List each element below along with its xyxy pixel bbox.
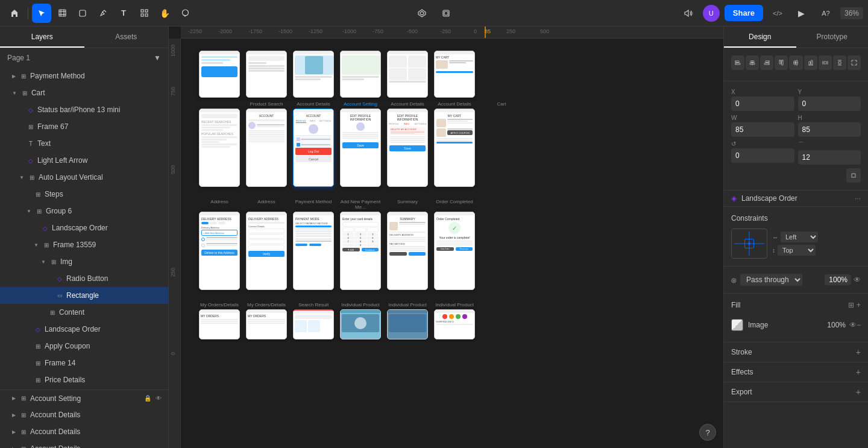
layer-frame14[interactable]: ▶ ⊞ Frame 14 <box>0 355 168 371</box>
phone-account-details-a[interactable]: ACCOUNT <box>246 109 287 187</box>
pen-tool-button[interactable] <box>93 4 113 23</box>
stroke-add-button[interactable]: + <box>856 347 861 357</box>
phone-my-orders-a[interactable]: MY ORDERS <box>199 309 240 339</box>
align-bottom-button[interactable] <box>804 55 817 70</box>
blend-mode-select[interactable]: Pass through Normal Multiply Screen <box>740 274 802 286</box>
move-tool-button[interactable] <box>32 4 51 23</box>
code-view-button[interactable]: </> <box>768 4 787 23</box>
align-left-button[interactable] <box>731 55 744 70</box>
phone-summary[interactable]: SUMMARY DELIVERY ADDRESS <box>387 212 428 290</box>
h-constraint-select[interactable]: Left Right Center Scale <box>781 232 818 242</box>
shape-tool-button[interactable] <box>73 4 92 23</box>
layer-list: ▶ ⊞ Payment Method ▼ ⊞ Cart ▶ ◇ Status b… <box>0 68 168 448</box>
resize-button[interactable] <box>848 55 861 70</box>
present-button[interactable]: A? <box>816 4 835 23</box>
phone-account-setting[interactable]: ACCOUNT PROFILE INFO SETTINGS <box>293 109 334 187</box>
layer-radio-button[interactable]: ▶ ◇ Radio Button <box>0 270 168 287</box>
layer-steps[interactable]: ▶ ⊞ Steps <box>0 186 168 203</box>
play-button[interactable]: ▶ <box>792 4 811 23</box>
tab-prototype[interactable]: Prototype <box>796 27 869 48</box>
phone-order-completed[interactable]: Order Completed ✓ Your order is complete… <box>434 212 475 290</box>
layer-account-details-1[interactable]: ▶ ⊞ Account Details <box>0 406 168 423</box>
help-button[interactable]: ? <box>699 424 716 441</box>
phone-product-search[interactable]: RECENT SEARCHES POPULAR SEARCHES <box>199 109 240 187</box>
frame-tool-button[interactable] <box>52 4 72 23</box>
zoom-indicator[interactable]: 36% <box>840 7 863 19</box>
layer-img[interactable]: ▼ ⊞ Img 🔒 👁 <box>0 253 168 270</box>
phone-cart-main[interactable]: MY CART <box>434 109 475 187</box>
h-input[interactable] <box>798 122 861 137</box>
phone-payment-method[interactable]: PAYMENT MODE SELECT PAYMENT METHOD <box>293 212 334 290</box>
x-input[interactable] <box>731 96 794 111</box>
distribute-v-button[interactable] <box>833 55 846 70</box>
phone-account-details-b[interactable]: EDIT PROFILE INFORMATION Save <box>340 109 381 187</box>
frame-icon: ⊞ <box>34 342 42 350</box>
fill-extra-button[interactable]: + <box>857 301 861 309</box>
share-button[interactable]: Share <box>725 5 763 21</box>
phone-address-a[interactable]: DELIVERY ADDRESS Delivery Address + Add … <box>199 212 240 290</box>
layer-frame13559[interactable]: ▼ ⊞ Frame 13559 🔒 👁 <box>0 236 168 253</box>
layer-price-details[interactable]: ▶ ⊞ Price Details <box>0 371 168 388</box>
layer-frame67[interactable]: ▶ ⊞ Frame 67 <box>0 118 168 135</box>
tab-layers[interactable]: Layers <box>0 27 84 48</box>
component-tool-button[interactable] <box>134 4 154 23</box>
fill-add-button[interactable]: ⊞ <box>848 301 854 309</box>
canvas-scroll[interactable]: MY CART <box>181 39 723 448</box>
align-center-h-button[interactable] <box>746 55 759 70</box>
component-center-button[interactable] <box>412 4 432 23</box>
v-constraint-select[interactable]: Top Bottom Center Scale <box>778 245 816 256</box>
y-input[interactable] <box>798 96 861 111</box>
phone-individual-product-b[interactable] <box>387 309 428 339</box>
layer-cart[interactable]: ▼ ⊞ Cart <box>0 84 168 101</box>
export-add-button[interactable]: + <box>856 387 861 397</box>
user-avatar[interactable]: U <box>703 5 720 22</box>
phone-my-orders-b[interactable]: MY ORDERS <box>246 309 287 339</box>
tab-design[interactable]: Design <box>724 27 796 48</box>
radius-input[interactable] <box>798 150 861 165</box>
layer-eye-button[interactable]: 👁 <box>854 276 861 284</box>
layer-payment-method[interactable]: ▶ ⊞ Payment Method <box>0 68 168 84</box>
w-input[interactable] <box>731 122 794 137</box>
component-options-button[interactable]: ··· <box>855 194 861 203</box>
align-middle-button[interactable] <box>789 55 802 70</box>
layer-apply-coupon[interactable]: ▶ ⊞ Apply Coupon <box>0 338 168 355</box>
tab-assets[interactable]: Assets <box>84 27 169 48</box>
align-right-button[interactable] <box>760 55 773 70</box>
layer-landscape-order-1[interactable]: ▶ ◇ Landscape Order <box>0 219 168 236</box>
layer-account-setting[interactable]: ▶ ⊞ Account Setting 🔒 👁 <box>0 390 168 406</box>
distribute-h-button[interactable] <box>819 55 832 70</box>
phone-individual-product-c[interactable]: SHIPPING INFO <box>434 309 475 339</box>
fill-eye-button[interactable]: 👁 <box>849 321 857 329</box>
fill-minus-button[interactable]: − <box>857 321 861 329</box>
phone-address-b[interactable]: DELIVERY ADDRESS Contact Details Verify <box>246 212 287 290</box>
home-button[interactable] <box>5 4 24 23</box>
layer-account-details-2[interactable]: ▶ ⊞ Account Details <box>0 423 168 440</box>
layer-group6[interactable]: ▼ ⊞ Group 6 <box>0 203 168 219</box>
phone-search-result[interactable] <box>293 309 334 339</box>
layer-text[interactable]: ▶ T Text <box>0 135 168 152</box>
layer-content[interactable]: ▶ ⊞ Content <box>0 304 168 321</box>
layer-account-details-3[interactable]: ▶ ⊞ Account Details <box>0 440 168 448</box>
comment-tool-button[interactable] <box>175 4 195 23</box>
audio-button[interactable] <box>679 4 698 23</box>
phone-individual-product-a[interactable] <box>340 309 381 339</box>
opacity-input[interactable] <box>825 274 851 285</box>
phone-add-payment[interactable]: Enter your card details 1 <box>340 212 381 290</box>
effects-add-button[interactable]: + <box>856 367 861 377</box>
mask-center-button[interactable] <box>436 4 456 23</box>
hand-tool-button[interactable]: ✋ <box>155 4 174 23</box>
layer-status-bar[interactable]: ▶ ◇ Status bar/iPhone 13 mini <box>0 101 168 118</box>
layer-autolayout[interactable]: ▼ ⊞ Auto Layout Vertical <box>0 169 168 186</box>
frame-account-partial <box>340 51 381 98</box>
label-account-setting: Account Setting <box>340 101 381 107</box>
fill-color-preview[interactable] <box>731 319 743 331</box>
layer-light-arrow[interactable]: ▶ ◇ Light Left Arrow <box>0 152 168 169</box>
text-tool-button[interactable]: T <box>114 4 133 23</box>
layer-rectangle[interactable]: ▶ ▭ Rectangle <box>0 287 168 304</box>
phone-account-details-c[interactable]: EDIT PROFILE INFORMATION PROFILE INFO SE… <box>387 109 428 187</box>
constraint-box <box>731 229 767 259</box>
layer-landscape-order-2[interactable]: ▶ ◇ Landscape Order <box>0 321 168 338</box>
proportional-resize-button[interactable] <box>846 168 861 183</box>
rot-input[interactable] <box>731 148 794 163</box>
align-top-button[interactable] <box>775 55 788 70</box>
